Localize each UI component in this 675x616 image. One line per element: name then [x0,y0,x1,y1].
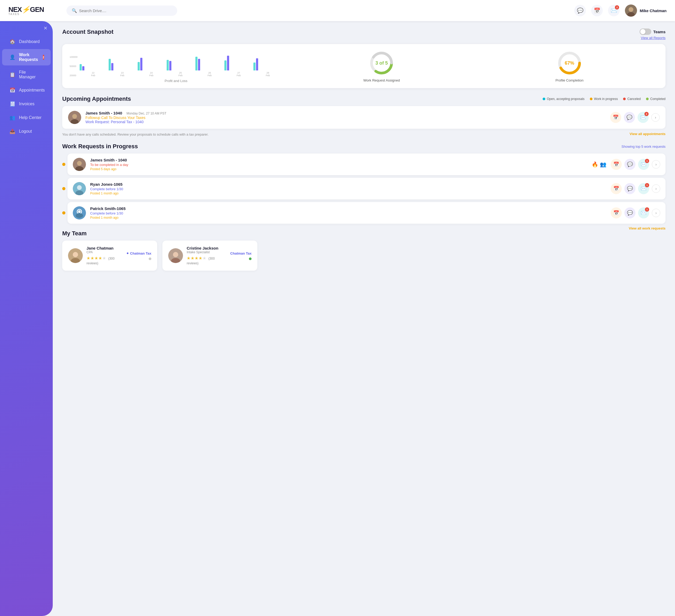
bar-chart [79,49,282,70]
view-all-appointments-link[interactable]: View all appointments [630,132,666,136]
legend-canceled: Canceled [623,97,641,101]
calendar-sidebar-icon: 📅 [9,87,15,93]
legend-open: Open, accepting proposals [543,97,585,101]
wr-calendar-icon-1: 📅 [613,186,619,192]
no-appt-row: You don't have any calls scheduled. Revi… [62,132,666,137]
appt-mail-btn-0[interactable]: ✉️ 2 [638,112,649,123]
appt-info-0: James Smith - 1040 Monday Dec, 27 10 AM … [85,111,606,124]
bar-teal-1 [80,64,82,70]
chat-icon: 💬 [577,7,584,14]
wr-chevron-icon-1: › [656,187,657,191]
wr-chat-btn-1[interactable]: 💬 [624,183,635,194]
legend-label-completed: Completed [650,97,666,101]
appt-avatar-svg-0 [68,111,81,124]
wr-chevron-btn-1[interactable]: › [652,185,660,193]
y-label-50k: 50000 [70,65,78,68]
wr-chat-icon-1: 💬 [627,186,633,192]
toggle-knob [640,29,646,34]
calendar-icon-btn[interactable]: 📅 [591,5,603,16]
profile-donut-title: Profile Completion [555,78,584,82]
wr-posted-2: Posted 1 month ago [90,216,606,219]
wr-posted-0: Posted 5 days ago [90,167,588,171]
svg-point-1 [628,7,633,12]
appt-name-0: James Smith - 1040 [85,111,122,115]
user-info[interactable]: Mike Chatman [625,4,667,17]
sidebar-item-invoices[interactable]: 🧾 Invoices [2,97,51,110]
appt-calendar-btn-0[interactable]: 📅 [610,112,621,123]
wr-due-0: To be completed in a day [90,163,588,167]
appt-link2-0[interactable]: Work Request: Personal Tax - 1040 [85,120,606,124]
view-all-reports-link[interactable]: View all Reports [641,36,666,40]
chart-labels: 22Feb 23Feb 24Feb 25Feb 26Feb 27Feb 28Fe… [79,71,282,77]
wr-mail-btn-2[interactable]: ✉️ 1 [638,207,649,218]
home-icon: 🏠 [9,39,15,45]
wr-card-2: Patrick Smith-1065 Complete before 1/30 … [68,202,666,224]
work-requests-list: James Smith - 1040 To be completed in a … [62,153,666,224]
y-label-20k: 20000 [70,74,78,77]
sidebar-item-work-requests[interactable]: 👤 Work Requests 2 [2,49,51,65]
wr-avatar-svg-0 [73,158,86,171]
bar-group-4 [167,60,195,70]
appt-chat-btn-0[interactable]: 💬 [624,112,635,123]
sidebar-item-appointments[interactable]: 📅 Appointments [2,84,51,96]
sidebar-item-logout[interactable]: 📤 Logout [2,125,51,138]
sidebar-item-file-manager[interactable]: 📋 File Manager [2,66,51,83]
sidebar-item-label-file-manager: File Manager [19,70,43,79]
wr-chat-btn-0[interactable]: 💬 [624,159,635,170]
appt-chat-icon-0: 💬 [626,115,632,120]
help-icon: 👥 [9,115,15,121]
search-input[interactable] [79,8,172,13]
mail-icon-btn[interactable]: ✉️ 2 [608,5,620,16]
legend-dot-wip [590,97,593,100]
wr-mail-btn-1[interactable]: ✉️ 1 [638,183,649,194]
user-avatar [625,4,637,17]
team-member-name-0: Jane Chatman [86,246,123,250]
team-status-dot-0 [149,258,151,260]
wr-avatar-0 [73,158,86,171]
wr-chat-btn-2[interactable]: 💬 [624,207,635,218]
appt-link1-0[interactable]: Followup Call To Discuss Your Taxes [85,116,606,120]
wr-status-dot-2 [62,211,65,214]
teams-toggle-row: Teams [640,28,666,35]
sidebar-close-btn[interactable]: ✕ [44,25,48,31]
wr-avatar-svg-2 [73,206,86,219]
topnav: NEX⚡GEN TAXES 🔍 💬 📅 ✉️ 2 M [0,0,675,21]
sidebar-item-dashboard[interactable]: 🏠 Dashboard [2,36,51,48]
bar-purple-3 [140,58,142,70]
bar-purple-2 [111,63,114,70]
sidebar-item-help-center[interactable]: 👥 Help Center [2,111,51,124]
chat-icon-btn[interactable]: 💬 [574,5,586,16]
search-bar[interactable]: 🔍 [66,6,177,16]
team-company-1[interactable]: Chatman Tax [230,252,251,255]
wr-chevron-btn-2[interactable]: › [652,209,660,217]
wr-status-dot-1 [62,187,65,190]
wr-calendar-btn-0[interactable]: 📅 [611,159,622,170]
appt-actions-0: 📅 💬 ✉️ 2 › [610,112,660,123]
work-request-donut-section: 3 of 5 Work Request Assigned [293,50,470,82]
appt-mail-badge-0: 2 [645,112,649,116]
team-card-right-1: Chatman Tax [230,252,251,260]
x-label-1: 22Feb [91,71,95,77]
wr-mail-badge-0: 1 [645,159,649,163]
wr-mail-btn-0[interactable]: ✉️ 1 [638,159,649,170]
legend-label-wip: Work in progress [594,97,618,101]
wr-calendar-btn-1[interactable]: 📅 [611,183,622,194]
wr-calendar-btn-2[interactable]: 📅 [611,207,622,218]
calendar-icon: 📅 [594,7,600,14]
legend-dot-completed [646,97,649,100]
sidebar-nav: 🏠 Dashboard 👤 Work Requests 2 📋 File Man… [0,36,53,138]
people-icon: 👤 [9,54,15,60]
wr-chevron-btn-0[interactable]: › [652,160,660,168]
profile-donut-section: 67% Profile Completion [481,50,658,82]
logo-text-gen: GEN [30,6,44,13]
wr-calendar-icon-2: 📅 [613,210,619,216]
search-icon: 🔍 [72,8,77,13]
appt-avatar-0 [68,111,81,124]
team-company-0[interactable]: Chatman Tax [130,252,151,255]
view-all-work-requests-link[interactable]: View all work requests [629,226,666,230]
teams-toggle-switch[interactable] [640,28,651,35]
appt-chevron-btn-0[interactable]: › [651,113,660,122]
logo-text-nex: NEX [8,6,22,13]
wr-info-0: James Smith - 1040 To be completed in a … [90,158,588,171]
legend-completed: Completed [646,97,666,101]
